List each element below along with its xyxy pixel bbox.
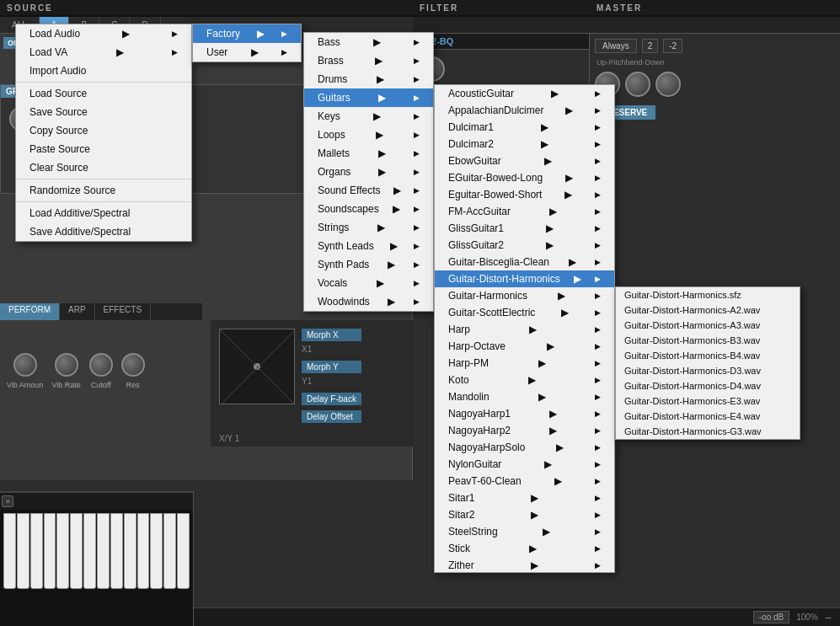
menu-item-dulcimar2[interactable]: Dulcimar2▶ [435, 136, 614, 152]
menu-item-load-additive[interactable]: Load Additive/Spectral [16, 204, 191, 222]
file-item-5[interactable]: Guitar-Distort-Harmonics-D3.wav [616, 363, 800, 378]
master-knob-3[interactable] [655, 72, 681, 97]
menu-item-mandolin[interactable]: Mandolin▶ [435, 388, 614, 405]
menu-item-eguitar-bowed-short[interactable]: Eguitar-Bowed-Short▶ [435, 186, 614, 203]
menu-item-load-audio[interactable]: Load Audio▶ [16, 24, 191, 43]
menu-item-distort-harmonics[interactable]: Guitar-Distort-Harmonics▶ [435, 270, 614, 287]
menu-item-import-audio[interactable]: Import Audio [16, 62, 191, 80]
menu-item-organs[interactable]: Organs▶ [304, 163, 433, 181]
tab-effects[interactable]: EFFECTS [95, 303, 152, 320]
file-item-1[interactable]: Guitar-Distort-Harmonics-A2.wav [616, 302, 800, 318]
menu-item-drums[interactable]: Drums▶ [304, 70, 433, 88]
white-key[interactable] [44, 513, 56, 589]
menu-item-acoustic-guitar[interactable]: AcousticGuitar▶ [435, 85, 614, 102]
menu-item-user[interactable]: User▶ [193, 43, 301, 62]
menu-item-copy-source[interactable]: Copy Source [16, 121, 191, 140]
cutoff-knob[interactable] [89, 353, 113, 377]
file-item-0[interactable]: Guitar-Distort-Harmonics.sfz [616, 287, 800, 302]
submenu-guitars[interactable]: AcousticGuitar▶ AppalachianDulcimer▶ Dul… [434, 84, 615, 573]
menu-item-save-additive[interactable]: Save Additive/Spectral [16, 222, 191, 241]
white-key[interactable] [83, 513, 96, 589]
submenu-load-audio[interactable]: Factory▶ User▶ [192, 24, 302, 62]
master-knob-2[interactable] [625, 72, 650, 97]
menu-item-sitar2[interactable]: Sitar2▶ [435, 506, 614, 523]
menu-item-strings[interactable]: Strings▶ [304, 218, 433, 237]
menu-item-guitar-harmonics[interactable]: Guitar-Harmonics▶ [435, 287, 614, 304]
menu-item-scott-electric[interactable]: Guitar-ScottElectric▶ [435, 304, 614, 321]
menu-item-nagoya-harp1[interactable]: NagoyaHarp1▶ [435, 405, 614, 422]
menu-item-vocals[interactable]: Vocals▶ [304, 274, 433, 292]
res-knob[interactable] [121, 353, 145, 377]
submenu-distort-harmonics-files[interactable]: Guitar-Distort-Harmonics.sfz Guitar-Dist… [615, 286, 800, 440]
menu-item-nagoya-harp2[interactable]: NagoyaHarp2▶ [435, 422, 614, 439]
menu-item-mallets[interactable]: Mallets▶ [304, 144, 433, 163]
menu-item-gliss-guitar1[interactable]: GlissGuitar1▶ [435, 220, 614, 237]
menu-item-synth-pads[interactable]: Synth Pads▶ [304, 255, 433, 274]
white-key[interactable] [150, 513, 163, 589]
tab-perform[interactable]: PERFORM [0, 303, 60, 320]
menu-item-zither[interactable]: Zither▶ [435, 557, 614, 573]
menu-item-stick[interactable]: Stick▶ [435, 540, 614, 557]
menu-item-harp-octave[interactable]: Harp-Octave▶ [435, 338, 614, 355]
menu-item-save-source[interactable]: Save Source [16, 103, 191, 121]
menu-item-load-va[interactable]: Load VA▶ [16, 43, 191, 62]
file-item-6[interactable]: Guitar-Distort-Harmonics-D4.wav [616, 378, 800, 393]
menu-item-brass[interactable]: Brass▶ [304, 51, 433, 70]
white-key[interactable] [56, 513, 69, 589]
menu-item-fm-accguitar[interactable]: FM-AccGuitar▶ [435, 203, 614, 220]
menu-item-bass[interactable]: Bass▶ [304, 33, 433, 51]
menu-item-koto[interactable]: Koto▶ [435, 372, 614, 388]
vib-amount-knob[interactable] [13, 353, 37, 377]
master-mode-display[interactable]: Always [595, 39, 637, 53]
menu-item-paste-source[interactable]: Paste Source [16, 140, 191, 158]
menu-item-harp-pm[interactable]: Harp-PM▶ [435, 355, 614, 372]
menu-item-appalachian[interactable]: AppalachianDulcimer▶ [435, 102, 614, 119]
context-menu-l1[interactable]: Load Audio▶ Load VA▶ Import Audio Load S… [15, 24, 192, 242]
menu-item-load-source[interactable]: Load Source [16, 84, 191, 103]
menu-item-soundscapes[interactable]: Soundscapes▶ [304, 200, 433, 218]
submenu-categories[interactable]: Bass▶ Brass▶ Drums▶ Guitars▶ Keys▶ Loops… [303, 32, 434, 312]
file-item-4[interactable]: Guitar-Distort-Harmonics-B4.wav [616, 348, 800, 363]
menu-item-gliss-guitar2[interactable]: GlissGuitar2▶ [435, 237, 614, 254]
menu-item-randomize-source[interactable]: Randomize Source [16, 181, 191, 200]
menu-item-steel-string[interactable]: SteelString▶ [435, 523, 614, 540]
white-key[interactable] [97, 513, 110, 589]
menu-item-sound-effects[interactable]: Sound Effects▶ [304, 181, 433, 200]
file-item-7[interactable]: Guitar-Distort-Harmonics-E3.wav [616, 393, 800, 409]
morph-pad[interactable] [219, 329, 295, 404]
menu-item-keys[interactable]: Keys▶ [304, 107, 433, 126]
menu-item-guitars[interactable]: Guitars▶ [304, 88, 433, 107]
file-item-2[interactable]: Guitar-Distort-Harmonics-A3.wav [616, 318, 800, 333]
white-key[interactable] [17, 513, 29, 589]
menu-item-nagoya-harp-solo[interactable]: NagoyaHarpSolo▶ [435, 439, 614, 456]
white-key[interactable] [110, 513, 123, 589]
white-key[interactable] [163, 513, 176, 589]
tab-arp[interactable]: ARP [60, 303, 95, 320]
file-item-3[interactable]: Guitar-Distort-Harmonics-B3.wav [616, 333, 800, 348]
white-key[interactable] [70, 513, 83, 589]
menu-item-loops[interactable]: Loops▶ [304, 126, 433, 144]
white-key[interactable] [124, 513, 136, 589]
menu-item-sitar1[interactable]: Sitar1▶ [435, 490, 614, 506]
menu-item-nylon-guitar[interactable]: NylonGuitar▶ [435, 456, 614, 473]
menu-item-eguitar-bowed-long[interactable]: EGuitar-Bowed-Long▶ [435, 169, 614, 186]
close-button[interactable]: ✕ [2, 495, 13, 507]
header-master-area: MASTER [590, 2, 840, 13]
file-item-8[interactable]: Guitar-Distort-Harmonics-E4.wav [616, 409, 800, 424]
menu-item-peavt60[interactable]: PeavT-60-Clean▶ [435, 473, 614, 490]
menu-item-bisceglia-clean[interactable]: Guitar-Bisceglia-Clean▶ [435, 254, 614, 270]
vib-rate-knob[interactable] [55, 353, 78, 377]
white-key[interactable] [3, 513, 16, 589]
menu-item-woodwinds[interactable]: Woodwinds▶ [304, 292, 433, 311]
white-key[interactable] [177, 513, 190, 589]
menu-item-harp[interactable]: Harp▶ [435, 321, 614, 338]
menu-item-clear-source[interactable]: Clear Source [16, 158, 191, 177]
zoom-out-button[interactable]: − [825, 611, 832, 624]
menu-item-factory[interactable]: Factory▶ [193, 24, 301, 43]
menu-item-synth-leads[interactable]: Synth Leads▶ [304, 237, 433, 255]
white-key[interactable] [30, 513, 43, 589]
white-key[interactable] [137, 513, 150, 589]
file-item-9[interactable]: Guitar-Distort-Harmonics-G3.wav [616, 424, 800, 439]
menu-item-dulcimar1[interactable]: Dulcimar1▶ [435, 119, 614, 136]
menu-item-ebow-guitar[interactable]: EbowGuitar▶ [435, 152, 614, 169]
